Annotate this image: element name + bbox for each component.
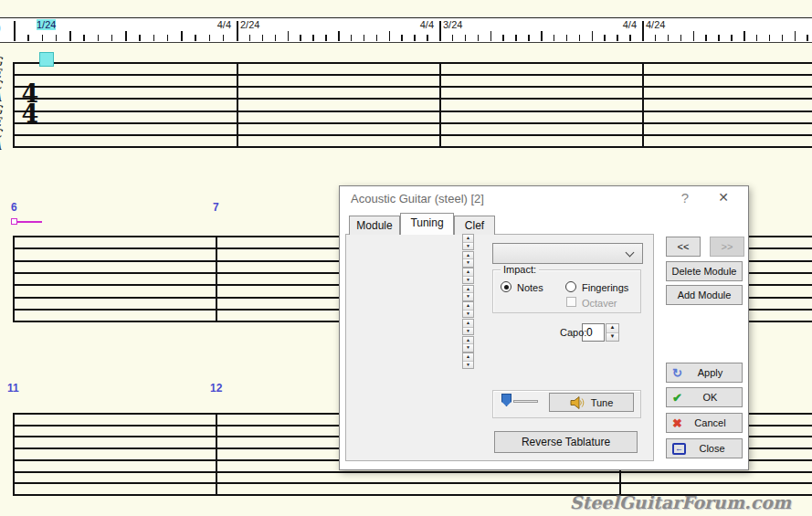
barline — [642, 62, 644, 148]
ruler-barline — [14, 21, 16, 41]
apply-button[interactable]: ↻Apply — [666, 363, 743, 383]
string-spinner[interactable]: ▲▼ — [462, 336, 474, 353]
prev-module-button[interactable]: << — [666, 237, 701, 257]
string-spinner[interactable]: ▲▼ — [462, 353, 474, 369]
ruler-tick — [300, 35, 301, 41]
close-button[interactable]: ←Close — [666, 438, 743, 458]
tab-tuning[interactable]: Tuning — [400, 213, 454, 235]
ruler-tick — [452, 35, 454, 41]
impact-fingerings-radio[interactable] — [565, 281, 576, 292]
string-spinner-down[interactable]: ▼ — [463, 344, 473, 352]
ruler-tick — [478, 35, 480, 41]
string-spinner[interactable]: ▲▼ — [462, 234, 474, 250]
watermark: SteelGuitarForum.com — [570, 492, 791, 512]
ruler-tick — [668, 35, 670, 41]
tab-module[interactable]: Module — [349, 216, 400, 235]
ruler-tick — [389, 31, 391, 41]
ruler-tick — [414, 35, 416, 41]
capo-spinner[interactable]: ▲▼ — [606, 323, 619, 342]
string-spinner[interactable]: ▲▼ — [462, 251, 474, 268]
ruler-measure-label: 4/24 — [646, 19, 665, 30]
string-spinner-up[interactable]: ▲ — [463, 353, 473, 362]
ruler-tick — [655, 35, 657, 41]
string-spinner-up[interactable]: ▲ — [463, 302, 473, 311]
ruler-tick — [209, 35, 211, 41]
string-spinner-down[interactable]: ▼ — [463, 277, 473, 284]
staff-line — [13, 74, 812, 76]
close-icon[interactable]: ✕ — [712, 190, 734, 205]
staff-line — [13, 62, 812, 64]
barline — [237, 62, 238, 148]
tune-button-label: Tune — [591, 397, 614, 408]
measure-number: 12 — [210, 382, 222, 395]
string-spinner-up[interactable]: ▲ — [463, 252, 473, 260]
tune-button[interactable]: Tune — [549, 393, 634, 412]
ruler-tick — [69, 31, 71, 41]
reverse-tablature-button[interactable]: Reverse Tablature — [494, 431, 638, 453]
capo-spinner-down[interactable]: ▼ — [606, 333, 618, 342]
delete-module-button[interactable]: Delete Module — [666, 261, 743, 281]
ruler-measure-label: 1/24 — [37, 19, 56, 30]
tuning-tab-page — [345, 234, 654, 461]
string-spinner-down[interactable]: ▼ — [463, 362, 473, 369]
ruler-tick — [502, 35, 504, 41]
octaver-checkbox[interactable] — [566, 297, 576, 307]
string-spinner-up[interactable]: ▲ — [463, 320, 473, 328]
ruler-tick — [312, 35, 314, 41]
string-spinner-down[interactable]: ▼ — [463, 311, 473, 318]
reverse-tablature-label: Reverse Tablature — [495, 436, 637, 448]
string-spinner[interactable]: ▲▼ — [462, 319, 474, 335]
string-spinner[interactable]: ▲▼ — [462, 268, 474, 284]
check-icon: ✔ — [672, 391, 682, 405]
ruler-tick — [795, 31, 796, 41]
ruler-tick — [566, 35, 568, 41]
ok-button[interactable]: ✔OK — [666, 387, 743, 407]
prev-module-button-label: << — [667, 241, 700, 252]
dialog-titlebar: Acoustic Guitar (steel) [2] ? ✕ — [340, 186, 748, 212]
add-module-button[interactable]: Add Module — [666, 285, 743, 305]
barline — [439, 62, 441, 148]
staff-line — [13, 122, 812, 124]
cancel-button-label: Cancel — [688, 417, 733, 428]
ruler-tick — [195, 35, 196, 41]
string-spinner-down[interactable]: ▼ — [463, 259, 473, 267]
ruler-tick — [680, 35, 682, 41]
impact-notes-radio[interactable] — [501, 281, 511, 292]
string-spinner-down[interactable]: ▼ — [463, 293, 473, 300]
ruler-tick — [351, 35, 353, 41]
string-spinner-up[interactable]: ▲ — [463, 286, 473, 294]
barline — [13, 413, 15, 496]
ruler-tick — [288, 31, 290, 41]
ruler-tick — [756, 35, 758, 41]
capo-spinner-up[interactable]: ▲ — [606, 324, 618, 333]
ruler-tick — [718, 35, 720, 41]
next-module-button[interactable]: >> — [710, 237, 744, 257]
cancel-button[interactable]: ✖Cancel — [666, 413, 743, 433]
string-spinner-up[interactable]: ▲ — [463, 269, 473, 277]
impact-notes-label: Notes — [517, 282, 543, 293]
ruler-barline — [237, 21, 238, 41]
staff-line — [13, 111, 812, 112]
help-icon[interactable]: ? — [676, 190, 694, 205]
measure-number: 11 — [7, 382, 19, 395]
string-spinner[interactable]: ▲▼ — [462, 285, 474, 301]
ruler-tick — [554, 35, 555, 41]
tune-slider-track[interactable] — [513, 400, 538, 403]
string-spinner-down[interactable]: ▼ — [463, 243, 473, 250]
string-spinner-down[interactable]: ▼ — [463, 328, 473, 335]
string-spinner-up[interactable]: ▲ — [463, 337, 473, 345]
ruler-tick — [262, 35, 264, 41]
barline — [13, 62, 15, 148]
delete-module-button-label: Delete Module — [667, 266, 742, 277]
module-combobox[interactable] — [492, 243, 643, 264]
string-spinner-up[interactable]: ▲ — [463, 235, 473, 243]
ruler-tick — [592, 31, 594, 41]
string-spinner[interactable]: ▲▼ — [462, 301, 474, 318]
string-letter: A — [0, 139, 1, 153]
ruler-measure-label: 4/4 — [420, 19, 434, 30]
ruler-measure-label: 2/24 — [240, 19, 259, 30]
tab-clef[interactable]: Clef — [454, 216, 495, 235]
ruler: ) 1/244/42/244/43/244/44/24 — [0, 17, 812, 43]
ruler-measure-label: 3/24 — [443, 19, 462, 30]
ruler-measure-label: 4/4 — [217, 19, 231, 30]
